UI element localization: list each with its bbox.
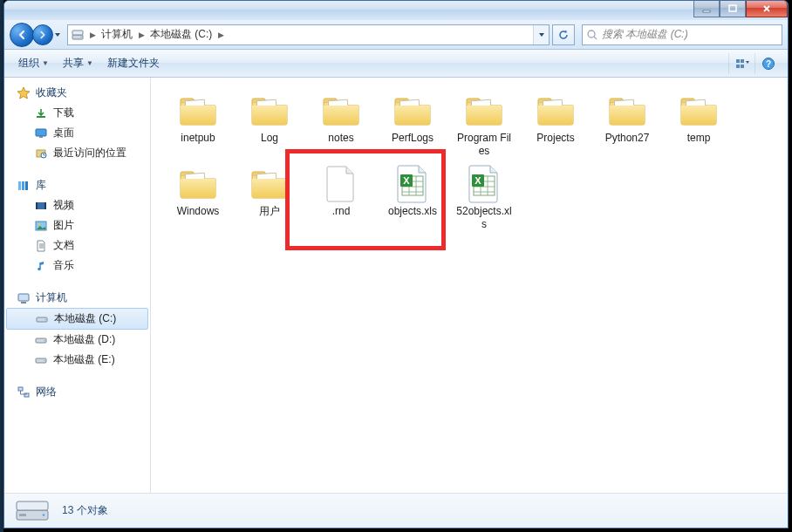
svg-rect-10 [741,65,744,68]
search-input[interactable]: 搜索 本地磁盘 (C:) [582,24,782,45]
titlebar [4,1,788,20]
sidebar-item-pictures[interactable]: 图片 [4,215,150,235]
svg-point-26 [38,267,41,270]
nav-group-network: 网络 [4,382,150,402]
crumb-sep-icon[interactable]: ▶ [87,31,98,39]
file-label: objects.xls [388,205,437,218]
organize-menu[interactable]: 组织 ▼ [11,50,56,77]
view-options-button[interactable] [728,53,754,74]
chevron-down-icon: ▼ [42,59,49,67]
sidebar: 收藏夹 下载 桌面 最近访问的位置 库 [4,78,151,493]
file-item[interactable]: PerfLogs [381,90,444,160]
file-item[interactable]: X 52objects.xls [453,163,515,233]
minimize-button[interactable] [693,1,720,17]
drive-icon [68,25,87,44]
file-item[interactable]: Python27 [596,90,659,160]
sidebar-item-label: 视频 [53,198,74,213]
sidebar-item-label: 文档 [53,238,74,253]
sidebar-item-label: 最近访问的位置 [53,146,126,160]
file-item[interactable]: inetpub [167,90,229,160]
folder-icon [606,92,648,130]
folder-icon [249,92,290,130]
file-label: Python27 [605,132,650,145]
file-item[interactable]: Windows [167,163,229,233]
maximize-button[interactable] [720,1,746,17]
computer-icon [17,291,31,305]
file-item[interactable]: X objects.xls [381,163,444,233]
file-label: Projects [536,132,574,145]
sidebar-item-label: 本地磁盘 (E:) [53,352,115,367]
svg-text:?: ? [765,59,770,69]
sidebar-item-downloads[interactable]: 下载 [4,103,150,123]
nav-group-libraries: 库 视频 图片 文档 音乐 [4,175,150,276]
breadcrumb-drive-c[interactable]: 本地磁盘 (C:) [147,25,215,44]
sidebar-item-drive-c[interactable]: 本地磁盘 (C:) [6,308,148,330]
nav-buttons [10,23,64,47]
svg-rect-22 [36,202,38,209]
sidebar-item-label: 本地磁盘 (D:) [53,332,115,347]
file-label: PerfLogs [392,132,434,145]
svg-rect-9 [736,65,740,68]
nav-history-dropdown[interactable] [53,26,62,44]
svg-text:X: X [475,175,481,186]
file-item[interactable]: Projects [524,90,587,160]
folder-icon [177,165,219,203]
refresh-button[interactable] [552,24,575,45]
sidebar-item-desktop[interactable]: 桌面 [4,123,150,143]
music-icon [34,259,48,273]
address-dropdown[interactable] [533,25,549,44]
svg-rect-18 [18,181,21,190]
svg-rect-54 [17,501,48,510]
file-label: .rnd [332,205,351,218]
svg-rect-0 [703,10,710,12]
svg-rect-7 [736,59,740,63]
sidebar-item-music[interactable]: 音乐 [4,256,150,276]
sidebar-item-documents[interactable]: 文档 [4,235,150,256]
video-icon [34,199,48,213]
sidebar-item-videos[interactable]: 视频 [4,195,150,215]
sidebar-item-label: 本地磁盘 (C:) [54,311,116,326]
drive-large-icon [11,497,53,525]
nav-header-label: 库 [36,178,46,193]
sidebar-item-drive-e[interactable]: 本地磁盘 (E:) [4,350,150,370]
star-icon [17,86,31,100]
svg-point-55 [43,514,45,516]
nav-header-network[interactable]: 网络 [4,382,150,402]
help-button[interactable]: ? [754,53,781,74]
svg-point-25 [38,222,40,224]
file-item[interactable]: 用户 [238,163,301,233]
nav-header-favorites[interactable]: 收藏夹 [4,83,150,103]
file-item[interactable]: Log [238,90,301,160]
close-button[interactable] [746,1,788,17]
new-folder-button[interactable]: 新建文件夹 [100,50,167,77]
search-placeholder: 搜索 本地磁盘 (C:) [602,27,688,42]
breadcrumb-computer[interactable]: 计算机 [98,25,136,44]
status-bar: 13 个对象 [4,493,788,528]
file-item[interactable]: temp [667,90,730,160]
address-bar[interactable]: ▶ 计算机 ▶ 本地磁盘 (C:) ▶ [67,24,550,45]
svg-point-34 [44,359,44,360]
share-menu[interactable]: 共享 ▼ [56,50,100,77]
file-item[interactable]: Program Files [453,90,515,160]
new-folder-label: 新建文件夹 [107,56,160,71]
svg-rect-3 [72,31,83,35]
sidebar-item-label: 音乐 [53,258,74,273]
nav-header-computer[interactable]: 计算机 [4,288,150,308]
crumb-sep-icon[interactable]: ▶ [215,31,226,39]
svg-rect-15 [39,136,43,138]
folder-icon [463,92,505,130]
nav-header-libraries[interactable]: 库 [4,175,150,195]
folder-icon [320,92,362,130]
picture-icon [34,219,48,233]
folder-icon [535,92,577,130]
forward-button[interactable] [32,24,53,45]
file-label: Log [261,132,278,145]
content-area[interactable]: inetpub Log notes PerfLogs Program Files… [151,78,788,493]
sidebar-item-recent[interactable]: 最近访问的位置 [4,143,150,163]
crumb-sep-icon[interactable]: ▶ [136,31,147,39]
file-item[interactable]: notes [310,90,372,160]
libraries-icon [17,179,31,193]
file-item[interactable]: .rnd [310,163,372,233]
sidebar-item-drive-d[interactable]: 本地磁盘 (D:) [4,330,150,350]
back-button[interactable] [10,23,34,47]
